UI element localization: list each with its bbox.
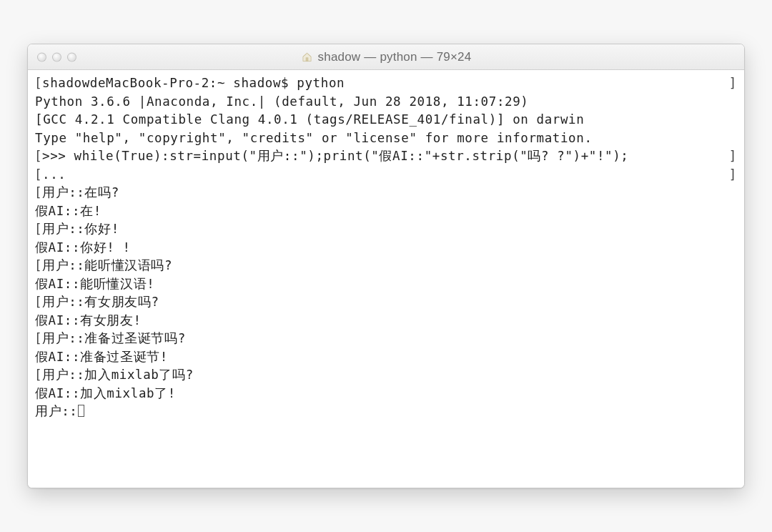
terminal-line: 假AI::在! xyxy=(35,202,737,221)
titlebar[interactable]: shadow — python — 79×24 xyxy=(28,44,744,70)
terminal-line: 假AI::能听懂汉语! xyxy=(35,275,737,294)
terminal-line: 假AI::你好! ! xyxy=(35,239,737,257)
terminal-line: 用户::准备过圣诞节吗? xyxy=(35,330,737,348)
terminal-line: Python 3.6.6 |Anaconda, Inc.| (default, … xyxy=(35,93,737,112)
maximize-icon[interactable] xyxy=(67,52,76,61)
terminal-line: 用户::你好! xyxy=(35,220,737,239)
terminal-line: [GCC 4.2.1 Compatible Clang 4.0.1 (tags/… xyxy=(35,111,737,129)
terminal-window: shadow — python — 79×24 shadowdeMacBook-… xyxy=(27,44,745,488)
terminal-line: 用户::有女朋友吗? xyxy=(35,293,737,312)
traffic-lights xyxy=(37,52,76,61)
minimize-icon[interactable] xyxy=(52,52,61,61)
window-title-wrap: shadow — python — 79×24 xyxy=(301,50,472,64)
terminal-line: ... xyxy=(35,166,737,184)
terminal-line: 用户::在吗? xyxy=(35,184,737,202)
terminal-content[interactable]: shadowdeMacBook-Pro-2:~ shadow$ pythonPy… xyxy=(28,70,744,488)
terminal-prompt[interactable]: 用户:: xyxy=(35,403,737,421)
terminal-line: 假AI::加入mixlab了! xyxy=(35,385,737,403)
terminal-line: Type "help", "copyright", "credits" or "… xyxy=(35,129,737,148)
window-title: shadow — python — 79×24 xyxy=(318,50,472,64)
terminal-line: 用户::能听懂汉语吗? xyxy=(35,257,737,275)
terminal-line: shadowdeMacBook-Pro-2:~ shadow$ python xyxy=(35,74,737,93)
svg-rect-0 xyxy=(306,57,308,61)
terminal-line: 假AI::准备过圣诞节! xyxy=(35,348,737,367)
close-icon[interactable] xyxy=(37,52,46,61)
home-icon xyxy=(301,51,313,63)
cursor-icon xyxy=(78,405,84,417)
terminal-line: >>> while(True):str=input("用户::");print(… xyxy=(35,147,737,166)
terminal-line: 用户::加入mixlab了吗? xyxy=(35,366,737,385)
prompt-label: 用户:: xyxy=(35,404,77,418)
terminal-line: 假AI::有女朋友! xyxy=(35,312,737,330)
